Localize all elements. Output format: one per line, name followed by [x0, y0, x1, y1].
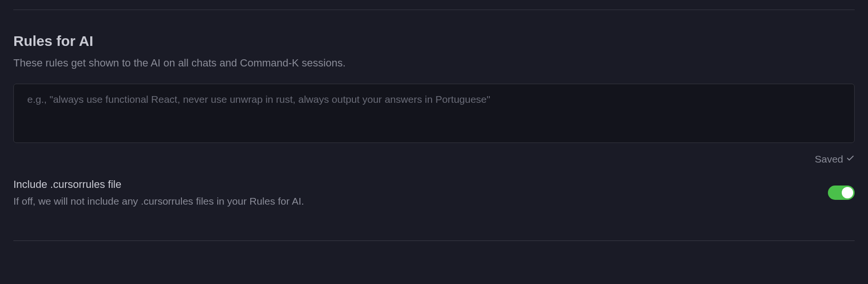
cursorrules-setting-row: Include .cursorrules file If off, we wil… — [13, 178, 855, 207]
cursorrules-label: Include .cursorrules file — [13, 178, 828, 191]
rules-textarea[interactable] — [13, 84, 855, 143]
toggle-knob — [842, 187, 853, 198]
saved-label: Saved — [815, 153, 843, 165]
saved-status: Saved — [13, 153, 855, 165]
section-divider-bottom — [13, 240, 855, 241]
cursorrules-description: If off, we will not include any .cursorr… — [13, 196, 828, 207]
rules-section: Rules for AI These rules get shown to th… — [0, 10, 868, 240]
section-title: Rules for AI — [13, 33, 855, 49]
section-description: These rules get shown to the AI on all c… — [13, 57, 855, 69]
textarea-wrapper — [13, 84, 855, 145]
setting-text: Include .cursorrules file If off, we wil… — [13, 178, 828, 207]
cursorrules-toggle[interactable] — [828, 186, 855, 200]
check-icon — [846, 153, 855, 165]
